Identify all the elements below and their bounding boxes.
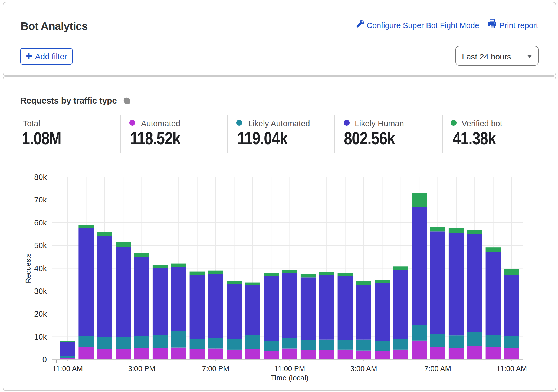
svg-text:60k: 60k xyxy=(34,218,47,227)
svg-text:30k: 30k xyxy=(34,287,47,295)
svg-text:11:00 PM: 11:00 PM xyxy=(274,365,305,373)
svg-text:Time (local): Time (local) xyxy=(271,374,308,382)
svg-text:50k: 50k xyxy=(34,241,47,250)
svg-text:20k: 20k xyxy=(34,310,47,318)
svg-text:11:00 AM: 11:00 AM xyxy=(497,365,527,373)
svg-text:70k: 70k xyxy=(34,195,47,204)
svg-text:3:00 PM: 3:00 PM xyxy=(128,365,155,373)
svg-text:7:00 PM: 7:00 PM xyxy=(202,365,229,373)
svg-text:40k: 40k xyxy=(34,264,47,273)
svg-text:3:00 AM: 3:00 AM xyxy=(350,365,377,373)
svg-text:10k: 10k xyxy=(34,333,47,341)
svg-text:11:00 AM: 11:00 AM xyxy=(52,365,83,373)
svg-text:80k: 80k xyxy=(34,173,47,181)
svg-text:Requests: Requests xyxy=(24,253,32,283)
svg-text:0: 0 xyxy=(42,355,47,364)
svg-text:7:00 AM: 7:00 AM xyxy=(424,365,451,373)
